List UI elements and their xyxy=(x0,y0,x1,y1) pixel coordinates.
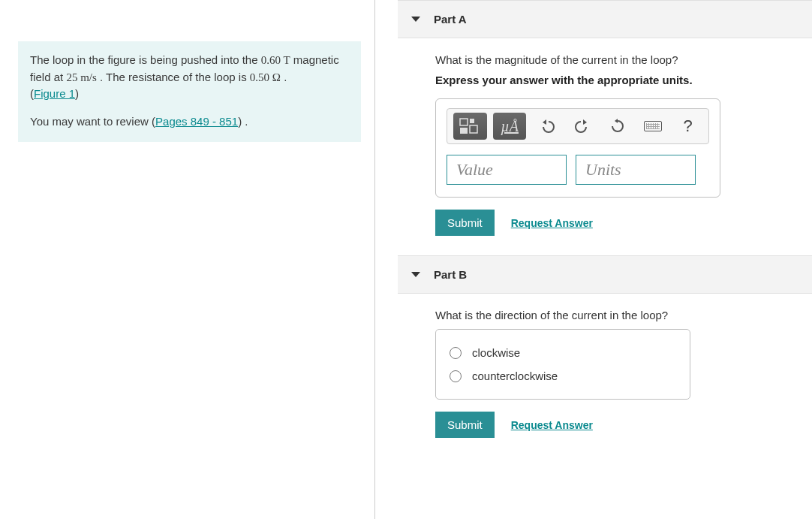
figure-link[interactable]: Figure 1 xyxy=(34,87,75,100)
mu-a-label: µÅ xyxy=(501,118,519,135)
v-value: 25 m/s xyxy=(66,71,96,83)
b-value: 0.60 T xyxy=(261,54,290,66)
review-hint: You may want to review (Pages 849 - 851)… xyxy=(30,113,349,131)
radio-icon xyxy=(450,347,462,359)
request-answer-link[interactable]: Request Answer xyxy=(511,419,593,431)
text: ) . xyxy=(238,115,248,128)
part-b-body: What is the direction of the current in … xyxy=(398,294,812,457)
redo-icon[interactable] xyxy=(567,113,597,140)
part-a-title: Part A xyxy=(434,13,467,26)
option-label: clockwise xyxy=(472,346,520,359)
keyboard-icon[interactable] xyxy=(638,113,667,140)
equation-toolbar: µÅ ? xyxy=(447,108,709,144)
answer-entry-box: µÅ ? Value xyxy=(435,98,720,198)
units-icon[interactable]: µÅ xyxy=(493,113,527,140)
help-icon[interactable]: ? xyxy=(673,113,702,140)
submit-button[interactable]: Submit xyxy=(435,412,495,438)
pages-link[interactable]: Pages 849 - 851 xyxy=(155,115,238,128)
svg-rect-1 xyxy=(470,119,474,123)
part-b-header[interactable]: Part B xyxy=(398,255,812,294)
part-a-header[interactable]: Part A xyxy=(398,0,812,38)
value-input[interactable]: Value xyxy=(447,155,567,185)
option-label: counterclockwise xyxy=(472,370,558,382)
svg-rect-0 xyxy=(460,119,468,125)
part-b-title: Part B xyxy=(434,268,467,281)
chevron-down-icon xyxy=(411,272,420,277)
radio-icon xyxy=(450,370,462,382)
templates-icon[interactable] xyxy=(453,113,487,140)
text: . xyxy=(281,71,287,83)
svg-rect-3 xyxy=(470,125,477,133)
request-answer-link[interactable]: Request Answer xyxy=(511,217,593,229)
r-value: 0.50 Ω xyxy=(250,71,281,83)
part-a-body: What is the magnitude of the current in … xyxy=(398,38,812,255)
reset-icon[interactable] xyxy=(603,113,632,140)
answer-panel: Part A What is the magnitude of the curr… xyxy=(375,0,812,519)
part-b-question: What is the direction of the current in … xyxy=(435,309,791,321)
problem-text: The loop in the figure is being pushed i… xyxy=(30,52,349,86)
figure-ref: (Figure 1) xyxy=(30,86,349,103)
part-a-question: What is the magnitude of the current in … xyxy=(435,53,791,66)
text: You may want to review ( xyxy=(30,115,155,128)
svg-rect-2 xyxy=(460,128,468,134)
option-counterclockwise[interactable]: counterclockwise xyxy=(450,364,676,388)
problem-statement: The loop in the figure is being pushed i… xyxy=(18,41,361,142)
text: . The resistance of the loop is xyxy=(97,71,250,83)
units-input[interactable]: Units xyxy=(576,155,696,185)
option-clockwise[interactable]: clockwise xyxy=(450,341,676,364)
problem-panel: The loop in the figure is being pushed i… xyxy=(0,0,375,519)
chevron-down-icon xyxy=(411,17,420,22)
options-box: clockwise counterclockwise xyxy=(435,329,690,400)
undo-icon[interactable] xyxy=(532,113,561,140)
part-a-instruction: Express your answer with the appropriate… xyxy=(435,74,791,86)
submit-button[interactable]: Submit xyxy=(435,210,495,236)
text: The loop in the figure is being pushed i… xyxy=(30,53,261,66)
